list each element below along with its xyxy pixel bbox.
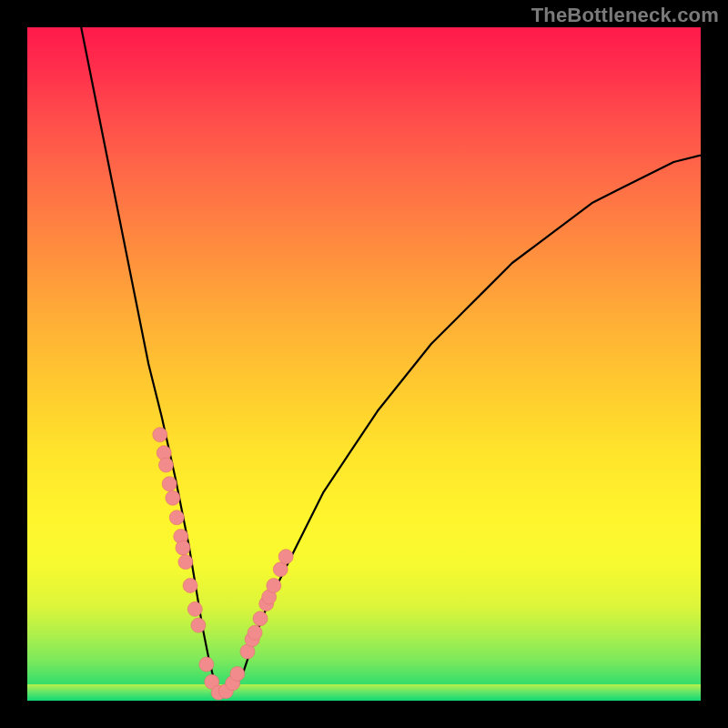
highlight-dot [178, 555, 193, 570]
highlight-dot [248, 625, 262, 640]
highlight-dot [278, 550, 293, 564]
highlight-dot [187, 602, 202, 616]
chart-frame: TheBottleneck.com line [0, 0, 728, 728]
highlight-dot [158, 458, 173, 472]
highlight-dot [169, 511, 184, 525]
watermark-text: TheBottleneck.com [531, 4, 719, 27]
highlight-dot [153, 428, 167, 442]
highlight-dot [162, 477, 177, 491]
highlight-dot [253, 612, 268, 626]
highlight-dot [166, 490, 180, 505]
highlight-dot [176, 541, 190, 555]
highlight-dot [273, 562, 288, 577]
highlight-dot [191, 618, 206, 632]
highlight-dot [267, 578, 281, 592]
chart-type: line [0, 0, 1, 1]
highlight-dot [199, 657, 214, 672]
highlight-dot [230, 666, 245, 681]
highlight-dot [183, 578, 197, 592]
plot-area [27, 27, 701, 701]
